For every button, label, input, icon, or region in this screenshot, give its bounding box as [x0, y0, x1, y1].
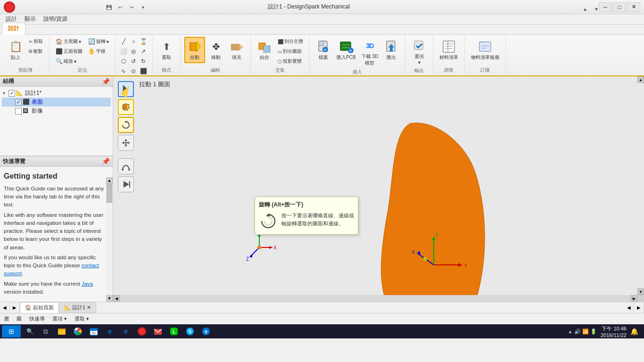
btn-export[interactable]: 匯出	[381, 37, 401, 63]
tree-check-image[interactable]	[15, 108, 22, 115]
btn-p3[interactable]: ⌛	[139, 37, 148, 46]
btn-project[interactable]: ⬡ 投影實體	[275, 57, 305, 66]
btn-bom[interactable]: 材料清單	[437, 37, 461, 63]
btn-p1[interactable]: ╱	[119, 37, 128, 46]
taskbar-edge[interactable]: e	[103, 325, 117, 337]
btn-p4[interactable]: ⬜	[119, 47, 128, 56]
qat-redo[interactable]: ↪	[126, 2, 137, 12]
btn-split-body[interactable]: ⬛ 剖分主體	[275, 37, 305, 46]
vscroll-down[interactable]: ▼	[637, 288, 644, 295]
status-quickguide[interactable]: 快速導	[29, 315, 45, 322]
taskbar-search[interactable]: 🔍	[23, 325, 37, 337]
ribbon-up[interactable]: ▲	[580, 4, 590, 14]
hscroll-left[interactable]: ◀	[113, 295, 120, 302]
tab-more-right[interactable]: ▶	[634, 302, 644, 313]
status-figure[interactable]: 圖	[17, 315, 22, 322]
btn-p9[interactable]: ↻	[139, 57, 148, 66]
ribbon-down[interactable]: ▼	[591, 4, 602, 14]
close-button[interactable]: ✕	[627, 2, 640, 12]
quickguide-pin[interactable]: 📌	[102, 157, 110, 165]
tree-item-design[interactable]: ▾ ✓ 📐 設計1*	[2, 89, 111, 98]
btn-p8[interactable]: ↺	[129, 57, 138, 66]
btn-p7[interactable]: ⬡	[119, 57, 128, 66]
taskbar-ie[interactable]: e	[119, 325, 133, 337]
canvas-btn-move[interactable]	[118, 135, 134, 151]
canvas-area[interactable]: 拉動 1 圖面	[113, 76, 644, 302]
taskbar-skype[interactable]: S	[183, 325, 197, 337]
qat-undo[interactable]: ↩	[115, 2, 125, 12]
tree-check-surface[interactable]: ✓	[15, 99, 22, 106]
btn-combine[interactable]: 結合	[255, 37, 274, 63]
canvas-hscrollbar[interactable]: ◀ ▶	[113, 295, 637, 302]
qat-dropdown[interactable]: ▾	[138, 2, 148, 12]
btn-split-surface[interactable]: ▭ 剖分圖面	[275, 47, 305, 56]
tab-home[interactable]: 🏠 起始頁面	[20, 302, 59, 313]
java-link[interactable]: Java	[82, 281, 93, 287]
scroll-down-btn[interactable]: ▼	[106, 295, 113, 302]
taskbar-mail[interactable]	[151, 325, 165, 337]
tab-scroll-right[interactable]: ▶	[10, 302, 20, 313]
vscroll-track[interactable]	[637, 83, 644, 288]
scroll-up-btn[interactable]: ▲	[106, 177, 113, 184]
btn-p2[interactable]: ○	[129, 37, 138, 46]
canvas-btn-edge[interactable]	[118, 158, 134, 174]
canvas-btn-pull[interactable]	[118, 99, 134, 115]
svg-marker-3	[239, 44, 243, 50]
status-layer[interactable]: 層	[4, 315, 9, 322]
canvas-vscrollbar[interactable]: ▲ ▼	[637, 76, 644, 295]
scroll-track[interactable]	[106, 184, 113, 295]
btn-quote[interactable]: 物料清單報價	[469, 37, 502, 63]
btn-p11[interactable]: ⊙	[129, 66, 138, 75]
btn-import-pcb[interactable]: + 匯入PCB	[334, 37, 358, 63]
canvas-btn-play[interactable]	[118, 176, 134, 192]
structure-pin-button[interactable]: 📌	[102, 78, 110, 85]
btn-paste[interactable]: 📋 貼上	[6, 37, 25, 63]
taskbar-notification[interactable]: 🔔	[630, 328, 638, 335]
tab-design[interactable]: 設計	[2, 23, 25, 35]
btn-copy[interactable]: ⧉ 複製	[26, 47, 45, 56]
taskbar-explorer[interactable]	[55, 325, 69, 337]
btn-rotate-view[interactable]: 🔄 旋轉 ▾	[86, 37, 111, 46]
taskbar-edge2[interactable]: e	[199, 325, 213, 337]
btn-home-view[interactable]: 🏠 主視圖 ▾	[53, 37, 85, 46]
tree-arrow-design: ▾	[3, 90, 8, 96]
tree-item-image[interactable]: 🖼 影像	[2, 107, 111, 115]
canvas-btn-rotate[interactable]	[118, 117, 134, 133]
vscroll-up[interactable]: ▲	[637, 76, 644, 83]
btn-p6[interactable]: ↗	[139, 47, 148, 56]
btn-file[interactable]: + 檔案	[314, 37, 333, 63]
tree-item-surface[interactable]: ✓ ⬛ 表面	[2, 98, 111, 107]
taskbar-designspark[interactable]	[135, 325, 149, 337]
btn-p10[interactable]: ∿	[119, 66, 128, 75]
taskbar-clock[interactable]: 下午 10:46 2016/11/22	[601, 325, 627, 338]
tab-scroll-left[interactable]: ◀	[0, 302, 10, 313]
btn-select[interactable]: ⬆ 選取	[157, 37, 176, 63]
btn-pull[interactable]: 拉動	[184, 37, 205, 63]
scroll-thumb[interactable]	[107, 184, 112, 203]
taskbar-calendar[interactable]: 31	[87, 325, 101, 337]
status-options[interactable]: 選項 ▾	[52, 315, 67, 322]
btn-pan[interactable]: ✋ 平移	[86, 47, 111, 56]
maximize-button[interactable]: □	[613, 2, 626, 12]
btn-front-view[interactable]: ⬛ 正面視圖	[53, 47, 85, 56]
btn-p12[interactable]: ⬛	[139, 66, 148, 75]
btn-download-3d[interactable]: 3D 下載 3D模型	[359, 37, 381, 68]
taskbar-taskview[interactable]: ⧉	[39, 325, 53, 337]
btn-fill[interactable]: 填充	[227, 37, 247, 63]
hscroll-right[interactable]: ▶	[631, 295, 637, 302]
qat-save[interactable]: 💾	[104, 2, 114, 12]
taskbar-line[interactable]: L	[167, 325, 181, 337]
tab-more-left[interactable]: ◀	[624, 302, 634, 313]
btn-p5[interactable]: ◎	[129, 47, 138, 56]
btn-zoom[interactable]: 🔍 縮放 ▾	[53, 57, 85, 66]
btn-select2[interactable]: 選項 ▾	[409, 37, 429, 66]
status-select[interactable]: 選取 ▾	[74, 315, 89, 322]
taskbar-chrome[interactable]	[71, 325, 85, 337]
contact-support-link[interactable]: contact support	[4, 263, 99, 276]
tree-check-design[interactable]: ✓	[8, 90, 15, 97]
tab-design1[interactable]: 📐 設計1 ✕	[59, 302, 96, 313]
start-button[interactable]: ⊞	[2, 325, 21, 337]
menu-help[interactable]: 說明/資源	[40, 14, 71, 24]
btn-cut[interactable]: ✂ 剪取	[26, 37, 45, 46]
btn-move[interactable]: ✥ 移動	[206, 37, 226, 63]
